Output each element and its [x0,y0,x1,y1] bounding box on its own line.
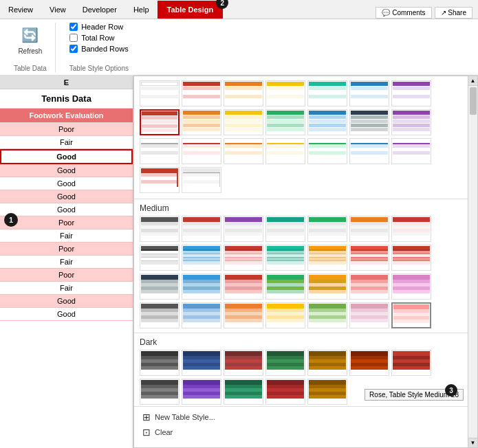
style-thumb[interactable] [182,80,221,107]
style-thumb[interactable] [140,273,180,300]
style-thumb[interactable] [391,273,431,300]
style-thumb[interactable] [391,80,431,107]
banded-rows-checkbox[interactable] [69,45,78,53]
style-thumb[interactable] [265,379,305,405]
table-row: Poor [0,269,133,282]
style-thumb[interactable] [307,216,347,242]
tab-table-design[interactable]: Table Design 2 [157,1,224,19]
table-row: Fair [0,282,133,295]
scroll-down-arrow[interactable]: ▼ [468,438,477,447]
style-thumb[interactable] [391,216,431,242]
scroll-thumb[interactable] [470,87,477,115]
style-thumb[interactable] [182,109,221,135]
style-thumb[interactable] [391,109,431,135]
style-thumb[interactable] [349,302,389,328]
style-thumb[interactable] [140,80,180,107]
new-table-style-label: New Table Style... [155,413,215,421]
style-thumb[interactable] [349,245,389,271]
style-thumb-rose-medium-28[interactable] [391,302,431,328]
header-row-checkbox[interactable] [69,23,78,31]
style-thumb[interactable] [307,138,347,164]
share-button[interactable]: ↗ Share [435,7,472,19]
style-thumb[interactable] [265,216,305,242]
style-dropdown-container: Medium [133,76,478,448]
style-thumb[interactable] [140,138,180,164]
style-thumb[interactable] [224,273,263,300]
main-area: E Tennis Data Footwork Evaluation Poor F… [0,76,478,448]
style-thumb[interactable] [224,216,263,242]
style-thumb[interactable] [140,245,180,271]
style-thumb[interactable] [307,109,347,135]
style-thumb[interactable] [307,80,347,107]
style-thumb[interactable] [265,273,305,300]
style-thumb[interactable] [265,350,305,376]
medium-section [134,214,468,330]
new-table-style-button[interactable]: ⊞ New Table Style... [140,410,462,425]
total-row-option[interactable]: Total Row [69,34,129,42]
style-thumb[interactable] [182,138,221,164]
style-thumb[interactable] [224,80,263,107]
style-thumb[interactable] [349,273,389,300]
style-thumb[interactable] [391,245,431,271]
refresh-button[interactable]: 🔄 Refresh [18,23,42,55]
tab-developer[interactable]: Developer [74,1,125,19]
style-thumb[interactable] [140,216,180,242]
style-thumb[interactable] [349,350,389,376]
banded-rows-option[interactable]: Banded Rows [69,45,129,53]
light-styles-row1 [140,79,462,108]
tab-review[interactable]: Review [0,1,41,19]
style-thumb[interactable] [140,167,180,193]
table-row-selected[interactable]: Good [0,149,133,164]
style-thumb[interactable] [349,138,389,164]
table-row: Poor [0,216,133,229]
sheet-title: Tennis Data [0,89,133,109]
style-thumb[interactable] [224,302,263,328]
style-thumb[interactable] [182,167,221,193]
style-thumb[interactable] [224,245,263,271]
style-thumb[interactable] [307,350,347,376]
style-thumb[interactable] [307,302,347,328]
ribbon: Review View Developer Help Table Design … [0,0,478,76]
table-row: Poor [0,243,133,256]
style-thumb[interactable] [224,350,263,376]
scroll-up-arrow[interactable]: ▲ [468,76,477,86]
style-thumb[interactable] [349,80,389,107]
style-thumb[interactable] [265,109,305,135]
header-row-option[interactable]: Header Row [69,23,129,31]
style-thumb[interactable] [182,216,221,242]
tab-view[interactable]: View [41,1,74,19]
clear-button[interactable]: ⊡ Clear [140,425,462,440]
section-divider [134,199,468,199]
table-row: Poor [0,123,133,136]
comments-button[interactable]: 💬 Comments [376,7,431,19]
total-row-label: Total Row [81,34,114,42]
style-thumb[interactable] [224,379,263,405]
style-thumb[interactable] [182,379,221,405]
style-thumb[interactable] [182,273,221,300]
style-thumb[interactable] [140,350,180,376]
style-thumb[interactable] [349,109,389,135]
style-thumb[interactable] [307,379,347,405]
total-row-checkbox[interactable] [69,34,78,42]
style-thumb[interactable] [224,138,263,164]
table-style-options-label: Table Style Options [69,63,129,72]
style-thumb[interactable] [140,302,180,328]
style-thumb[interactable] [265,302,305,328]
medium-styles-row4 [140,301,462,330]
style-thumb[interactable] [391,138,431,164]
style-thumb[interactable] [307,245,347,271]
style-thumb[interactable] [265,245,305,271]
scroll-track [468,86,477,438]
style-thumb[interactable] [182,350,221,376]
style-thumb[interactable] [182,245,221,271]
style-thumb[interactable] [391,350,431,376]
style-thumb[interactable] [265,138,305,164]
tab-help[interactable]: Help [125,1,157,19]
style-thumb[interactable] [140,379,180,405]
style-thumb[interactable] [349,216,389,242]
style-thumb[interactable] [224,109,263,135]
style-thumb[interactable] [307,273,347,300]
style-thumb[interactable] [182,302,221,328]
style-thumb[interactable] [265,80,305,107]
style-thumb-selected[interactable] [140,109,180,135]
